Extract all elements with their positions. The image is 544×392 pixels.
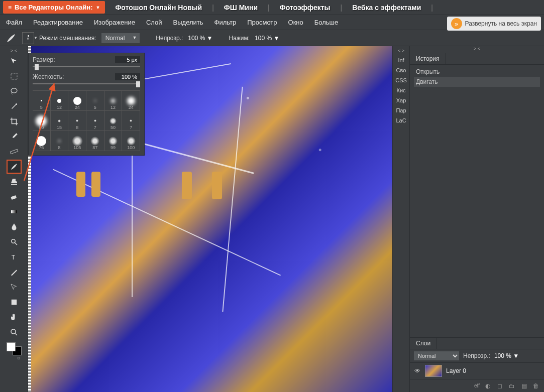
panel-tab-info[interactable]: Inf <box>398 57 404 63</box>
panel-grip[interactable]: < > <box>398 48 404 53</box>
tool-zoom[interactable] <box>7 325 22 339</box>
all-editors-dropdown[interactable]: ≡ Все Редакторы Онлайн: ▼ <box>3 1 105 14</box>
layers-panel: Слои Normal Непрозр.: 100 % ▼ 👁 Layer 0 … <box>410 337 544 392</box>
brush-preset[interactable]: 24 <box>122 91 140 111</box>
tool-shape[interactable] <box>7 295 22 309</box>
layer-mask-icon[interactable]: ◻ <box>496 382 504 390</box>
svg-text:T: T <box>11 254 15 261</box>
brush-size-num: 5 <box>27 37 29 41</box>
tool-move[interactable] <box>7 54 22 68</box>
history-item-move[interactable]: Двигать <box>414 77 540 87</box>
layers-options: Normal Непрозр.: 100 % ▼ <box>410 349 544 363</box>
menu-view[interactable]: Просмотр <box>247 19 277 26</box>
brush-preset-picker[interactable]: 5 ▼ <box>22 32 34 44</box>
nav-link-photoeffects[interactable]: Фотоэффекты <box>270 4 341 12</box>
brush-preset[interactable]: 5 <box>86 91 104 111</box>
caret-down-icon: ▼ <box>34 36 38 40</box>
brush-preset[interactable]: 105 <box>68 131 86 151</box>
brush-preset[interactable]: 8 <box>51 131 69 151</box>
brush-preset[interactable]: 12 <box>51 91 69 111</box>
nav-link-fsh-mini[interactable]: ФШ Мини <box>214 4 268 12</box>
brush-preset[interactable]: 8 <box>68 111 86 131</box>
tool-lasso[interactable] <box>7 84 22 98</box>
panel-tab-layercomps[interactable]: LaC <box>396 117 406 123</box>
right-panels: > < История Открыть Двигать Слои Normal … <box>409 46 544 392</box>
menu-image[interactable]: Изображение <box>94 19 135 26</box>
layer-visibility-icon[interactable]: 👁 <box>414 367 421 374</box>
menu-filter[interactable]: Фильтр <box>214 19 237 26</box>
swap-colors-label[interactable]: D <box>18 356 21 360</box>
tool-text[interactable]: T <box>7 250 22 264</box>
brush-preset[interactable]: 80 <box>33 111 51 131</box>
panel-tab-paragraph[interactable]: Пар <box>396 107 406 113</box>
menu-window[interactable]: Окно <box>288 19 303 26</box>
app-menubar: Файл Редактирование Изображение Слой Выд… <box>0 15 544 30</box>
tool-marquee[interactable] <box>7 69 22 83</box>
tool-stamp[interactable] <box>7 175 22 189</box>
brush-hardness-slider[interactable] <box>33 81 140 86</box>
brush-preset[interactable]: 7 <box>122 111 140 131</box>
brush-preset[interactable]: 99 <box>104 131 123 151</box>
brush-preset[interactable]: 50 <box>104 111 123 131</box>
brush-preset[interactable]: 100 <box>122 131 140 151</box>
tool-ruler[interactable] <box>7 145 22 159</box>
svg-rect-5 <box>11 195 17 200</box>
tool-dodge[interactable] <box>7 235 22 249</box>
brush-preset[interactable]: 12 <box>104 91 123 111</box>
tool-eraser[interactable] <box>7 190 22 204</box>
brush-size-slider[interactable] <box>33 64 140 69</box>
layer-row-0[interactable]: 👁 Layer 0 <box>410 363 544 379</box>
brush-size-value[interactable]: 5 px <box>115 56 140 63</box>
panel-tab-properties[interactable]: Сво <box>396 67 406 73</box>
tab-layers[interactable]: Слои <box>410 338 437 349</box>
brush-preset[interactable]: 15 <box>51 111 69 131</box>
tool-path-select[interactable] <box>7 280 22 294</box>
history-item-open[interactable]: Открыть <box>414 67 540 77</box>
layer-thumbnail[interactable] <box>425 365 442 377</box>
layer-name[interactable]: Layer 0 <box>446 367 466 374</box>
footer-eff-label[interactable]: eff <box>474 383 480 388</box>
flow-value[interactable]: 100 % ▼ <box>255 35 279 42</box>
opacity-value[interactable]: 100 % ▼ <box>188 35 212 42</box>
brush-preset[interactable]: 7 <box>86 111 104 131</box>
new-layer-icon[interactable]: ▤ <box>520 382 528 390</box>
site-topnav: ≡ Все Редакторы Онлайн: ▼ Фотошоп Онлайн… <box>0 0 544 15</box>
brush-preset[interactable]: 87 <box>86 131 104 151</box>
blend-mode-select[interactable]: Normal ▼ <box>101 33 140 43</box>
brush-hardness-value[interactable]: 100 % <box>115 73 140 80</box>
menu-more[interactable]: Больше <box>314 19 339 26</box>
tool-brush[interactable] <box>7 160 22 174</box>
panel-grip[interactable]: > < <box>410 46 544 53</box>
tool-options-bar: 5 ▼ Режим смешивания: Normal ▼ Непрозр.:… <box>0 30 544 46</box>
menu-file[interactable]: Файл <box>6 19 22 26</box>
foreground-color-swatch[interactable] <box>7 342 16 351</box>
panel-tab-character[interactable]: Хар <box>396 97 406 103</box>
brush-preset[interactable]: 5 <box>33 91 51 111</box>
tool-pen[interactable] <box>7 265 22 279</box>
tab-history[interactable]: История <box>410 53 446 64</box>
nav-link-photoshop-new[interactable]: Фотошоп Онлайн Новый <box>105 4 212 12</box>
brush-preset[interactable]: 24 <box>68 91 86 111</box>
color-swatches[interactable]: D <box>7 342 22 355</box>
adjustment-layer-icon[interactable]: ◐ <box>484 382 492 390</box>
menu-select[interactable]: Выделить <box>173 19 203 26</box>
layer-blend-select[interactable]: Normal <box>414 351 459 360</box>
delete-layer-icon[interactable]: 🗑 <box>532 382 540 390</box>
tool-crop[interactable] <box>7 114 22 128</box>
panel-grip[interactable]: > < <box>0 48 28 54</box>
tool-magic-wand[interactable] <box>7 99 22 113</box>
tool-eyedropper[interactable] <box>7 129 22 144</box>
brush-preset[interactable]: 76 <box>33 131 51 151</box>
tool-hand[interactable] <box>7 310 22 324</box>
panel-tab-css[interactable]: CSS <box>395 77 407 83</box>
fullscreen-button[interactable]: » Развернуть на весь экран <box>447 17 541 31</box>
new-folder-icon[interactable]: 🗀 <box>508 382 516 390</box>
menu-edit[interactable]: Редактирование <box>33 19 83 26</box>
panel-tab-brushes[interactable]: Кис <box>396 87 405 93</box>
menu-layer[interactable]: Слой <box>146 19 162 26</box>
tool-gradient[interactable] <box>7 205 22 219</box>
nav-link-webcam[interactable]: Вебка с эффектами <box>342 4 431 12</box>
tool-blur[interactable] <box>7 220 22 234</box>
layer-opacity-label: Непрозр.: <box>463 352 490 359</box>
layer-opacity-value[interactable]: 100 % ▼ <box>494 352 519 359</box>
